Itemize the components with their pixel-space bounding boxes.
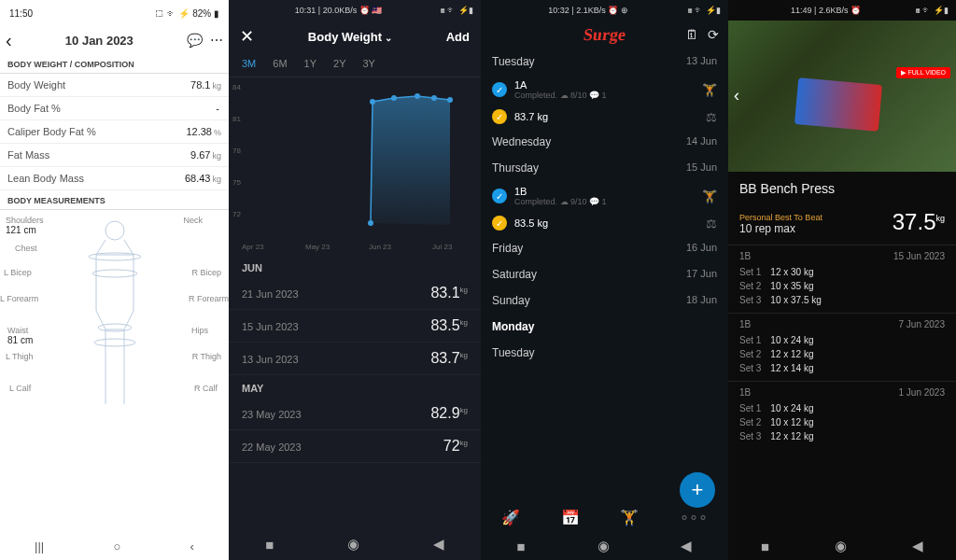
status-center: 11:49 | 2.6KB/s ⏰ — [791, 6, 861, 15]
back-icon[interactable]: ‹ — [734, 86, 739, 105]
day-row[interactable]: Monday — [481, 314, 728, 340]
svg-point-7 — [391, 95, 397, 101]
back-icon[interactable]: ‹ — [6, 30, 12, 51]
full-video-badge[interactable]: ▶ FULL VIDEO — [896, 67, 950, 78]
set-value: 12 x 12 kg — [770, 349, 813, 359]
x-tick: May 23 — [305, 243, 330, 251]
y-tick: 81 — [232, 115, 241, 123]
workout-item[interactable]: ✓1ACompleted. ☁ 8/10 💬 1🏋 — [481, 75, 728, 105]
status-center: 10:31 | 20.0KB/s ⏰ 🇲🇾 — [295, 6, 382, 15]
weight-log-row[interactable]: 23 May 202382.9kg — [229, 398, 481, 430]
set-value: 12 x 12 kg — [770, 431, 813, 441]
y-tick: 78 — [232, 147, 241, 155]
day-name: Friday — [492, 242, 523, 255]
weight-log-row[interactable]: 13 Jun 202383.7kg — [229, 343, 481, 375]
page-title[interactable]: Body Weight — [308, 30, 392, 44]
composition-row[interactable]: Body Fat %- — [0, 97, 229, 120]
day-name: Monday — [492, 320, 534, 333]
svg-point-10 — [447, 97, 453, 103]
tab-rocket-icon[interactable]: 🚀 — [501, 509, 520, 526]
weight-item[interactable]: ✓83.7 kg⚖ — [481, 105, 728, 129]
day-name: Tuesday — [492, 55, 535, 68]
status-icons: ⬚ ᯤ ⚡ 82% ▮ — [155, 8, 219, 19]
calendar-icon[interactable]: 🗓 — [685, 27, 698, 42]
check-icon: ✓ — [492, 189, 507, 203]
weight-item[interactable]: ✓83.5 kg⚖ — [481, 211, 728, 235]
home-icon[interactable]: ○ — [113, 539, 120, 553]
session-block[interactable]: 1B7 Jun 2023Set 110 x 24 kgSet 212 x 12 … — [728, 313, 956, 381]
exercise-video[interactable]: ‹ ▶ FULL VIDEO — [728, 21, 956, 172]
section-header-composition: BODY WEIGHT / COMPOSITION — [0, 54, 229, 74]
tab-3y[interactable]: 3Y — [363, 58, 375, 69]
pb-label: Personal Best To Beat — [739, 213, 822, 222]
add-button[interactable]: Add — [446, 30, 470, 44]
close-icon[interactable]: ✕ — [240, 26, 254, 47]
row-unit: kg — [212, 151, 221, 161]
recents-icon[interactable]: ■ — [516, 539, 525, 554]
home-icon[interactable]: ◉ — [347, 536, 359, 553]
android-nav: ■ ◉ ◀ — [728, 532, 956, 560]
y-tick: 75 — [232, 178, 241, 187]
log-weight: 83.1kg — [430, 285, 468, 301]
tab-more-icon[interactable]: ∘∘∘ — [680, 509, 708, 526]
weight-log-row[interactable]: 15 Jun 202383.5kg — [229, 310, 481, 343]
panel-exercise-history: 11:49 | 2.6KB/s ⏰ ▦ ᯤ ⚡▮ ‹ ▶ FULL VIDEO … — [728, 0, 956, 560]
set-row: Set 312 x 12 kg — [739, 429, 945, 443]
tab-kettlebell-icon[interactable]: 🏋 — [620, 509, 639, 526]
set-number: Set 2 — [739, 281, 761, 291]
session-block[interactable]: 1B15 Jun 2023Set 112 x 30 kgSet 210 x 35… — [728, 245, 956, 313]
log-weight: 72kg — [443, 438, 468, 455]
tab-2y[interactable]: 2Y — [333, 58, 345, 69]
weight-chart[interactable]: 84 81 78 75 72 Apr 23 May 23 Jun 23 Jul … — [229, 77, 481, 255]
tab-calendar-icon[interactable]: 📅 — [561, 509, 580, 526]
set-value: 12 x 14 kg — [770, 363, 813, 373]
set-row: Set 210 x 12 kg — [739, 415, 945, 429]
composition-row[interactable]: Caliper Body Fat %12.38% — [0, 120, 229, 144]
day-row[interactable]: Wednesday14 Jun — [481, 129, 728, 155]
day-row[interactable]: Tuesday13 Jun — [481, 49, 728, 75]
set-number: Set 3 — [739, 295, 761, 305]
day-row[interactable]: Sunday18 Jun — [481, 287, 728, 314]
composition-row[interactable]: Fat Mass9.67kg — [0, 144, 229, 167]
back-nav-icon[interactable]: ‹ — [190, 539, 194, 553]
day-row[interactable]: Saturday17 Jun — [481, 261, 728, 287]
recents-icon[interactable]: ■ — [761, 539, 769, 554]
svg-point-2 — [92, 270, 137, 277]
log-date: 15 Jun 2023 — [242, 321, 299, 332]
log-date: 22 May 2023 — [242, 441, 302, 453]
back-nav-icon[interactable]: ◀ — [433, 536, 444, 553]
set-number: Set 1 — [739, 403, 761, 413]
surge-logo: Surge — [583, 25, 627, 45]
day-row[interactable]: Tuesday — [481, 340, 728, 366]
back-nav-icon[interactable]: ◀ — [912, 538, 923, 554]
svg-point-0 — [105, 221, 124, 240]
composition-row[interactable]: Lean Body Mass68.43kg — [0, 167, 229, 190]
composition-row[interactable]: Body Weight78.1kg — [0, 74, 229, 97]
tab-6m[interactable]: 6M — [273, 58, 287, 69]
tab-1y[interactable]: 1Y — [304, 58, 316, 69]
workout-item[interactable]: ✓1BCompleted. ☁ 9/10 💬 1🏋 — [481, 181, 728, 211]
weight-log-row[interactable]: 22 May 202372kg — [229, 430, 481, 463]
add-fab[interactable]: + — [680, 472, 715, 508]
row-value: 68.43 — [185, 173, 211, 184]
session-date: 15 Jun 2023 — [893, 251, 945, 261]
recents-icon[interactable]: ||| — [35, 539, 44, 553]
workout-code: 1B — [514, 186, 695, 197]
back-nav-icon[interactable]: ◀ — [681, 538, 692, 554]
day-row[interactable]: Friday16 Jun — [481, 235, 728, 261]
chat-icon[interactable]: 💬 — [187, 33, 203, 48]
home-icon[interactable]: ◉ — [835, 538, 847, 554]
label-hips: Hips — [191, 326, 208, 335]
recents-icon[interactable]: ■ — [265, 537, 274, 553]
weight-log-row[interactable]: 21 Jun 202383.1kg — [229, 277, 481, 310]
label-chest: Chest — [15, 244, 37, 253]
tab-3m[interactable]: 3M — [242, 58, 256, 69]
weight-text: 83.5 kg — [514, 217, 698, 229]
check-icon: ✓ — [492, 109, 507, 124]
more-icon[interactable]: ⋯ — [210, 33, 223, 48]
day-row[interactable]: Thursday15 Jun — [481, 155, 728, 181]
home-icon[interactable]: ◉ — [598, 538, 610, 554]
session-block[interactable]: 1B1 Jun 2023Set 110 x 24 kgSet 210 x 12 … — [728, 381, 956, 449]
set-row: Set 210 x 35 kg — [739, 279, 945, 293]
refresh-icon[interactable]: ⟳ — [708, 27, 719, 42]
